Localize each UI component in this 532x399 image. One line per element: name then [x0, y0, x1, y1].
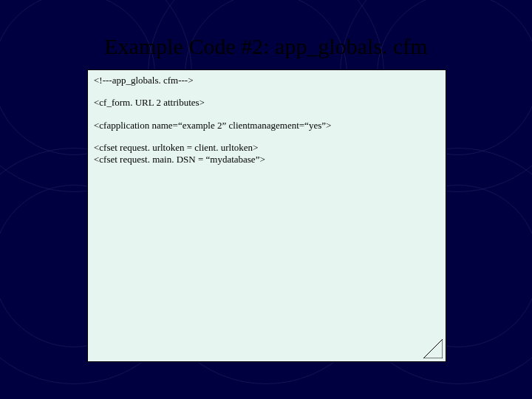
code-line: <cfset request. urltoken = client. urlto…	[94, 142, 440, 154]
code-line: <cfset request. main. DSN = “mydatabase”…	[94, 154, 440, 166]
code-block: <!---app_globals. cfm---> <cf_form. URL …	[87, 69, 446, 362]
page-curl-icon	[423, 339, 443, 358]
code-line: <cfapplication name=“example 2” clientma…	[94, 120, 440, 132]
slide-title: Example Code #2: app_globals. cfm	[0, 34, 532, 59]
code-line: <cf_form. URL 2 attributes>	[94, 97, 440, 109]
code-line: <!---app_globals. cfm--->	[94, 75, 440, 86]
